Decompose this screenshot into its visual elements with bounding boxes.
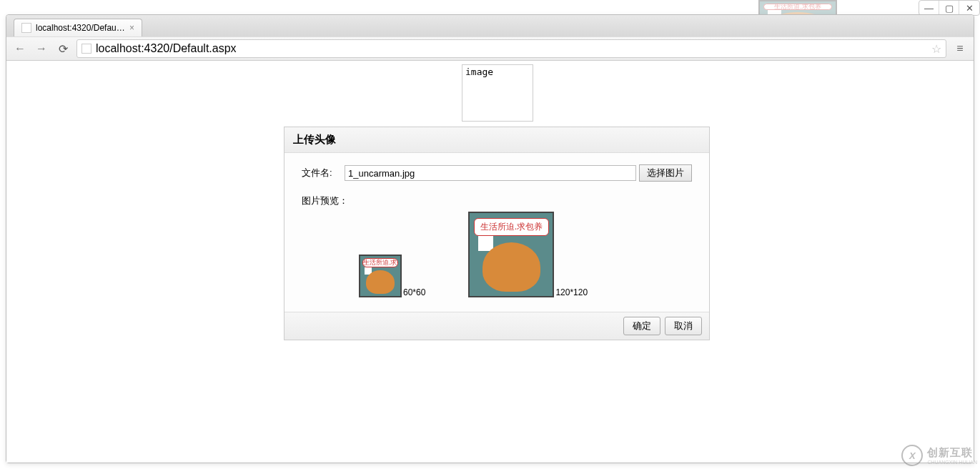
cartoon-bubble-60: 生活所迫.求包养 xyxy=(363,258,397,267)
watermark: X 创新互联 CHUANGXIN HULIAN xyxy=(901,445,977,466)
bookmark-star-icon[interactable]: ☆ xyxy=(931,42,941,56)
preview-60: 生活所迫.求包养 60*60 xyxy=(359,255,425,297)
window-maximize-button[interactable]: ▢ xyxy=(939,1,959,15)
page-viewport: image 上传头像 文件名: 选择图片 图片预览： 生活所迫.求包养 xyxy=(6,61,974,463)
cartoon-bubble-120: 生活所迫.求包养 xyxy=(480,221,543,233)
ghost-bubble: 生活所迫.求包养 xyxy=(774,2,821,11)
tab-favicon-icon xyxy=(21,23,31,33)
window-close-button[interactable]: ✕ xyxy=(959,1,979,15)
preview-label: 图片预览： xyxy=(302,194,348,207)
size-label-120: 120*120 xyxy=(555,287,588,297)
filename-label: 文件名: xyxy=(302,167,345,179)
watermark-subtext: CHUANGXIN HULIAN xyxy=(927,460,977,465)
tab-title: localhost:4320/Default.a xyxy=(36,23,125,33)
reload-button[interactable]: ⟳ xyxy=(55,41,71,56)
choose-image-button[interactable]: 选择图片 xyxy=(639,164,692,182)
dialog-body: 文件名: 选择图片 图片预览： 生活所迫.求包养 xyxy=(284,153,709,312)
watermark-text: 创新互联 xyxy=(927,446,977,460)
back-button[interactable]: ← xyxy=(12,41,28,56)
filename-input[interactable] xyxy=(345,165,636,181)
window-minimize-button[interactable]: — xyxy=(919,1,939,15)
browser-tab[interactable]: localhost:4320/Default.a × xyxy=(14,19,142,36)
preview-120: 生活所迫.求包养 120*120 xyxy=(468,212,588,297)
window-controls: — ▢ ✕ xyxy=(919,0,980,16)
browser-toolbar: ← → ⟳ localhost:4320/Default.aspx ☆ ≡ xyxy=(6,36,974,61)
dialog-footer: 确定 取消 xyxy=(284,312,709,340)
upload-avatar-dialog: 上传头像 文件名: 选择图片 图片预览： 生活所迫.求包养 xyxy=(284,127,710,340)
preview-area: 生活所迫.求包养 60*60 生活所迫.求包养 xyxy=(302,212,692,297)
confirm-button[interactable]: 确定 xyxy=(623,317,660,335)
chrome-menu-icon[interactable]: ≡ xyxy=(952,41,968,56)
thumb-120-image: 生活所迫.求包养 xyxy=(468,212,554,297)
cancel-button[interactable]: 取消 xyxy=(665,317,702,335)
preview-label-row: 图片预览： xyxy=(302,194,692,207)
url-text: localhost:4320/Default.aspx xyxy=(96,42,237,54)
tab-close-icon[interactable]: × xyxy=(129,23,134,33)
page-icon xyxy=(81,44,91,54)
tab-strip: localhost:4320/Default.a × xyxy=(6,15,974,36)
filename-row: 文件名: 选择图片 xyxy=(302,164,692,182)
dialog-title: 上传头像 xyxy=(284,127,709,153)
thumb-60-image: 生活所迫.求包养 xyxy=(359,255,402,297)
address-bar[interactable]: localhost:4320/Default.aspx ☆ xyxy=(76,39,946,58)
size-label-60: 60*60 xyxy=(403,287,425,297)
browser-window: localhost:4320/Default.a × ← → ⟳ localho… xyxy=(6,14,974,463)
forward-button[interactable]: → xyxy=(34,41,49,56)
image-placeholder[interactable]: image xyxy=(462,64,533,122)
watermark-logo-icon: X xyxy=(901,445,923,466)
